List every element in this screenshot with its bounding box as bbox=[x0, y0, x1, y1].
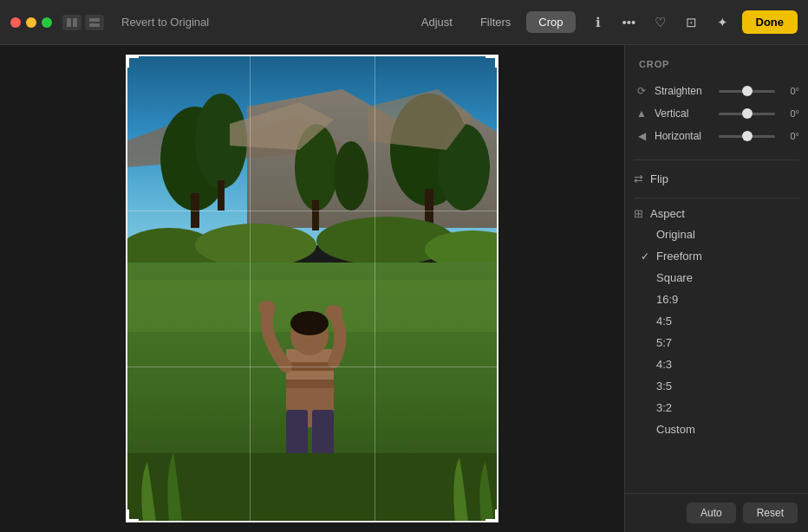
aspect-icon: ⊞ bbox=[634, 207, 643, 220]
fullscreen-button[interactable] bbox=[42, 17, 52, 28]
horizontal-label: Horizontal bbox=[655, 130, 714, 142]
heart-icon[interactable]: ♡ bbox=[652, 14, 669, 31]
horizontal-icon: ◀ bbox=[634, 128, 649, 144]
vertical-label: Vertical bbox=[655, 107, 714, 120]
horizontal-row: ◀ Horizontal 0° bbox=[634, 125, 799, 147]
aspect-item-16-9[interactable]: 16:9 bbox=[634, 289, 799, 310]
aspect-custom-label: Custom bbox=[656, 423, 695, 436]
aspect-header: ⊞ Aspect bbox=[625, 204, 808, 224]
aspect-4-3-label: 4:3 bbox=[656, 358, 672, 371]
vertical-row: ▲ Vertical 0° bbox=[634, 102, 799, 125]
view-toggle-1[interactable] bbox=[62, 15, 81, 30]
more-icon[interactable]: ••• bbox=[621, 14, 638, 31]
svg-rect-0 bbox=[67, 18, 71, 27]
photo-frame bbox=[126, 55, 498, 522]
toolbar-icons: ℹ ••• ♡ ⊡ ✦ bbox=[590, 14, 732, 31]
aspect-3-2-label: 3:2 bbox=[656, 401, 672, 414]
done-button[interactable]: Done bbox=[742, 10, 798, 34]
flip-label: Flip bbox=[650, 172, 668, 185]
window-view-buttons bbox=[62, 15, 104, 30]
panel-title: CROP bbox=[625, 45, 808, 80]
photo-image bbox=[126, 55, 498, 522]
svg-rect-26 bbox=[286, 362, 334, 371]
magic-icon[interactable]: ✦ bbox=[714, 14, 732, 31]
svg-rect-8 bbox=[191, 193, 199, 228]
aspect-square-label: Square bbox=[656, 271, 693, 284]
revert-to-original-button[interactable]: Revert to Original bbox=[114, 12, 216, 32]
svg-rect-2 bbox=[89, 18, 100, 22]
titlebar: Revert to Original Adjust Filters Crop ℹ… bbox=[0, 0, 808, 45]
vertical-value: 0° bbox=[780, 108, 799, 119]
aspect-title: Aspect bbox=[650, 207, 685, 220]
vertical-icon: ▲ bbox=[634, 106, 649, 121]
horizontal-slider[interactable] bbox=[719, 135, 775, 138]
svg-point-33 bbox=[258, 301, 276, 315]
aspect-item-square[interactable]: Square bbox=[634, 267, 799, 289]
divider-1 bbox=[634, 159, 799, 160]
straighten-row: ⟳ Straighten 0° bbox=[634, 80, 799, 102]
aspect-item-5-7[interactable]: 5:7 bbox=[634, 332, 799, 354]
tab-adjust[interactable]: Adjust bbox=[409, 11, 465, 33]
tab-filters[interactable]: Filters bbox=[468, 11, 523, 33]
svg-point-18 bbox=[195, 224, 316, 267]
aspect-4-5-label: 4:5 bbox=[656, 315, 672, 328]
svg-rect-3 bbox=[89, 23, 100, 27]
aspect-16-9-label: 16:9 bbox=[656, 293, 678, 306]
flip-icon: ⇄ bbox=[634, 172, 643, 185]
svg-rect-1 bbox=[73, 18, 77, 27]
horizontal-value: 0° bbox=[780, 131, 799, 141]
reset-button[interactable]: Reset bbox=[743, 503, 798, 523]
aspect-5-7-label: 5:7 bbox=[656, 336, 672, 349]
aspect-list: Original Freeform Square 16:9 4:5 5:7 4:… bbox=[625, 224, 808, 440]
svg-point-34 bbox=[325, 305, 342, 319]
aspect-item-freeform[interactable]: Freeform bbox=[634, 245, 799, 267]
sliders-section: ⟳ Straighten 0° ▲ Vertical 0° ◀ Horizont… bbox=[625, 80, 808, 154]
straighten-icon: ⟳ bbox=[634, 83, 649, 99]
aspect-original-label: Original bbox=[656, 228, 695, 241]
aspect-item-3-5[interactable]: 3:5 bbox=[634, 375, 799, 397]
aspect-item-4-5[interactable]: 4:5 bbox=[634, 310, 799, 332]
auto-button[interactable]: Auto bbox=[687, 503, 736, 523]
photo-area bbox=[0, 45, 624, 532]
straighten-label: Straighten bbox=[655, 85, 714, 97]
aspect-item-3-2[interactable]: 3:2 bbox=[634, 397, 799, 418]
vertical-slider[interactable] bbox=[719, 113, 775, 115]
close-button[interactable] bbox=[10, 17, 21, 28]
divider-2 bbox=[634, 198, 799, 198]
svg-point-32 bbox=[290, 311, 329, 335]
aspect-freeform-label: Freeform bbox=[656, 250, 702, 263]
flip-row[interactable]: ⇄ Flip bbox=[625, 165, 808, 192]
svg-rect-27 bbox=[286, 371, 334, 380]
info-icon[interactable]: ℹ bbox=[590, 14, 607, 31]
aspect-3-5-label: 3:5 bbox=[656, 380, 672, 393]
aspect-item-4-3[interactable]: 4:3 bbox=[634, 354, 799, 375]
tab-crop[interactable]: Crop bbox=[526, 11, 575, 33]
straighten-slider[interactable] bbox=[719, 90, 775, 93]
copy-icon[interactable]: ⊡ bbox=[683, 14, 700, 31]
panel-footer: Auto Reset bbox=[625, 493, 808, 532]
svg-rect-35 bbox=[126, 453, 498, 522]
aspect-item-custom[interactable]: Custom bbox=[634, 418, 799, 440]
straighten-value: 0° bbox=[780, 86, 799, 96]
svg-rect-15 bbox=[312, 200, 319, 230]
traffic-lights bbox=[10, 17, 52, 28]
svg-rect-28 bbox=[286, 380, 334, 388]
minimize-button[interactable] bbox=[26, 17, 36, 28]
nav-tabs: Adjust Filters Crop bbox=[409, 11, 576, 33]
svg-rect-10 bbox=[218, 180, 225, 211]
main-content: CROP ⟳ Straighten 0° ▲ Vertical 0° bbox=[0, 45, 808, 532]
svg-rect-12 bbox=[425, 189, 433, 224]
right-panel: CROP ⟳ Straighten 0° ▲ Vertical 0° bbox=[624, 45, 808, 532]
aspect-item-original[interactable]: Original bbox=[634, 224, 799, 245]
svg-point-16 bbox=[334, 141, 368, 211]
view-toggle-2[interactable] bbox=[85, 15, 104, 30]
photo-container[interactable] bbox=[126, 55, 498, 522]
